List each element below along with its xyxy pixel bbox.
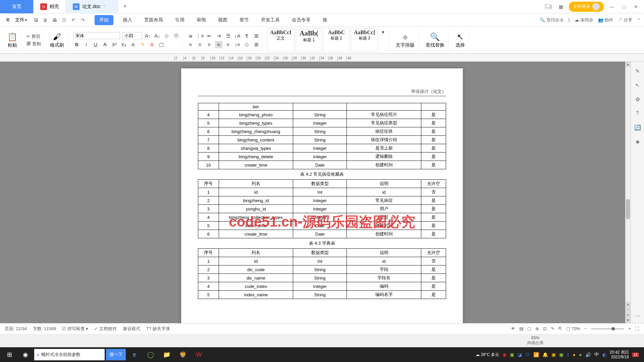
page-mode-icon[interactable]: ▢ — [527, 326, 531, 331]
cursor-select-icon[interactable]: ↖ — [634, 81, 642, 89]
tray-icon-4[interactable]: 🛡 — [525, 352, 530, 357]
vertical-scrollbar[interactable]: ▲ ▴ ○ ▾ ▼ — [625, 62, 631, 323]
layout-icon[interactable]: ⿺1 — [545, 3, 553, 11]
read-mode-icon[interactable]: ▤ — [519, 326, 523, 331]
bluetooth-icon[interactable]: ᛒ — [567, 352, 570, 357]
minimize-button[interactable]: — — [608, 3, 616, 11]
maximize-button[interactable]: □ — [620, 3, 628, 11]
align-justify-icon[interactable]: ≡ — [215, 41, 222, 48]
hamburger-icon[interactable]: ≡ — [3, 16, 12, 23]
style-body[interactable]: AaBbCcI正文 — [267, 28, 294, 52]
start-button[interactable]: ⊞ — [2, 348, 17, 361]
text-effect-icon[interactable]: A — [129, 41, 137, 48]
translate-icon[interactable]: 🔄 — [634, 123, 642, 131]
text-layout-button[interactable]: ⟐文字排版 — [394, 32, 417, 48]
spellcheck-toggle[interactable]: ☑ 拼写检查 ▾ — [62, 326, 88, 332]
align-right-icon[interactable]: ≡ — [206, 41, 213, 48]
numbering-icon[interactable]: ⋮≡ — [196, 32, 204, 40]
ribbon-tab-member[interactable]: 会员专享 — [289, 15, 313, 25]
size-selector[interactable] — [122, 32, 142, 39]
tray-icon-8[interactable]: ● — [579, 352, 582, 357]
proofread-button[interactable]: ✓ 文档校对 — [94, 326, 117, 332]
login-button[interactable]: 立即登录 — [569, 2, 604, 12]
search-input[interactable] — [546, 17, 570, 22]
copy-button[interactable]: 🗐复制 — [26, 41, 41, 47]
tab-daoke[interactable]: D稻壳 — [34, 0, 66, 13]
tray-icon-7[interactable]: ● — [573, 352, 576, 357]
table-4-1[interactable]: ber4bingzheng_photoString常见病症照片是5bingzhe… — [198, 103, 446, 169]
zoom-in-button[interactable]: + — [628, 326, 631, 331]
ruler[interactable]: 246810121416182022242628303234363840 — [0, 54, 644, 62]
style-h3[interactable]: AaBbCc]标题 3 — [351, 28, 378, 52]
command-search[interactable]: 🔍 — [540, 17, 570, 22]
underline-icon[interactable]: U — [92, 41, 99, 48]
scroll-down-icon[interactable]: ▼ — [625, 318, 631, 323]
action-center-icon[interactable]: 13 — [632, 353, 639, 357]
wifi-icon[interactable]: 📶 — [533, 352, 539, 357]
subscript-icon[interactable]: X₂ — [120, 41, 127, 48]
tray-icon-9[interactable]: ◐ — [602, 352, 606, 357]
select-button[interactable]: ↖选择 — [453, 32, 467, 48]
share-button[interactable]: ↗ 分享 — [618, 17, 632, 23]
bullets-icon[interactable]: ≣ — [187, 32, 194, 40]
browser-icon[interactable]: ◯ — [143, 348, 158, 361]
scroll-page-down-icon[interactable]: ▾ — [625, 312, 631, 318]
italic-icon[interactable]: I — [83, 41, 90, 48]
app-icon[interactable]: 🦁 — [175, 348, 190, 361]
document-area[interactable]: code51.cn code51.cn code51.cn code51.cn … — [0, 62, 644, 323]
zoom-level[interactable]: ▢ 70% — [566, 326, 580, 331]
char-border-icon[interactable]: ▢ — [158, 41, 165, 48]
align-left-icon[interactable]: ≡ — [187, 41, 194, 48]
clock[interactable]: 20:42 周日2022/9/18 — [610, 350, 629, 360]
style-h2[interactable]: AaBbC标题 2 — [323, 28, 350, 52]
edit-mode-icon[interactable]: ✎ — [551, 326, 554, 331]
tray-icon-2[interactable]: ▣ — [510, 352, 514, 357]
tab-document[interactable]: W论文.doc▫ — [66, 0, 118, 13]
clear-format-icon[interactable]: ◇ — [163, 32, 170, 40]
borders-icon[interactable]: ⊞ — [253, 41, 260, 48]
font-color-icon[interactable]: A — [148, 41, 156, 48]
taskbar-search[interactable]: e螺杆式冷水机组参数 — [34, 349, 105, 360]
explorer-icon[interactable]: 📁 — [159, 348, 174, 361]
bold-icon[interactable]: B — [73, 41, 80, 48]
fit-width-icon[interactable]: ⇱ — [558, 326, 562, 331]
settings-slider-icon[interactable]: ⚙ — [634, 95, 642, 103]
cortana-icon[interactable]: ◉ — [18, 348, 33, 361]
cut-button[interactable]: ✂剪切 — [26, 34, 41, 40]
ribbon-tab-insert[interactable]: 插入 — [120, 15, 135, 25]
close-button[interactable]: ✕ — [632, 3, 640, 11]
tabs-icon[interactable]: ⊞ — [253, 32, 260, 40]
format-painter-button[interactable]: 🖌格式刷 — [48, 32, 66, 48]
location-icon[interactable]: ◈ — [634, 137, 642, 145]
ribbon-tab-devtools[interactable]: 开发工具 — [258, 15, 282, 25]
phonetic-icon[interactable]: ㊥ — [172, 32, 180, 40]
ribbon-tab-view[interactable]: 视图 — [215, 15, 230, 25]
align-center-icon[interactable]: ≡ — [196, 41, 204, 48]
strikethrough-icon[interactable]: A̶ — [101, 41, 109, 48]
line-spacing-icon[interactable]: ↕≡ — [234, 41, 241, 48]
find-replace-button[interactable]: 🔍查找替换 — [424, 32, 446, 48]
web-mode-icon[interactable]: ⊕ — [535, 326, 539, 331]
file-menu[interactable]: 文件▾ — [14, 17, 28, 23]
volume-icon[interactable]: 🔊 — [585, 352, 591, 357]
redo-icon[interactable]: ↷ — [79, 16, 87, 24]
ribbon-tab-start[interactable]: 开始 — [95, 15, 113, 25]
ribbon-tab-more[interactable]: 推 — [320, 15, 330, 25]
tray-icon-5[interactable]: ▣ — [551, 352, 556, 357]
eye-icon[interactable]: 👁 — [511, 326, 515, 331]
table-4-2[interactable]: 序号列名数据类型说明允许空1IdIntid否2bingzheng_idInteg… — [198, 179, 446, 238]
ribbon-collapse-icon[interactable]: ⌃ — [637, 17, 641, 22]
taskbar-search-button[interactable]: 搜一下 — [106, 349, 126, 360]
asian-layout-icon[interactable]: ☰ — [224, 32, 232, 40]
sort-icon[interactable]: ↕A — [234, 32, 241, 40]
missing-font[interactable]: T? 缺失字体 — [146, 326, 170, 332]
print-icon[interactable]: 🖶 — [51, 16, 58, 24]
scroll-page-up-icon[interactable]: ▴ — [625, 302, 631, 307]
ribbon-tab-reference[interactable]: 引用 — [172, 15, 187, 25]
styles-more-icon[interactable]: ▾ — [379, 28, 387, 36]
grid-icon[interactable]: ▦ — [557, 3, 565, 11]
tray-icon-1[interactable]: ◉ — [502, 352, 506, 357]
notification-bell-icon[interactable]: 🔔 — [542, 352, 548, 357]
show-marks-icon[interactable]: ¶ — [243, 32, 251, 40]
paste-button[interactable]: 📋粘贴 — [5, 32, 19, 48]
